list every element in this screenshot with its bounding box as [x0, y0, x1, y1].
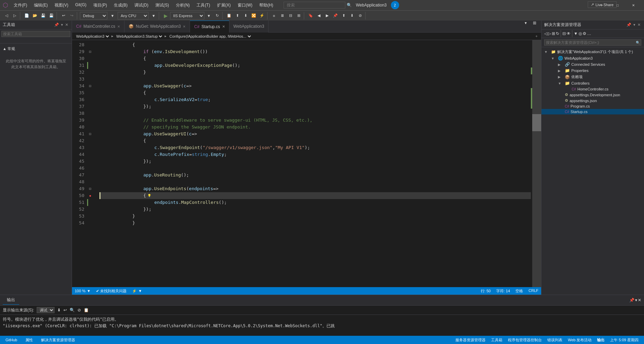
- output-pin-button[interactable]: 📌: [629, 298, 634, 303]
- tree-controllers[interactable]: ▼ 📁 Controllers: [541, 80, 644, 86]
- git-btn5[interactable]: ⚡: [258, 12, 266, 20]
- tab-homecontroller[interactable]: C# MainController.cs ✕: [72, 21, 124, 33]
- tab-startup-close[interactable]: ✕: [222, 25, 225, 28]
- scrollbar-thumb[interactable]: [532, 114, 541, 131]
- user-avatar[interactable]: 2: [391, 1, 399, 9]
- output-tab-output[interactable]: 输出: [3, 296, 19, 305]
- menu-file[interactable]: 文件(F): [10, 1, 31, 10]
- git-btn4[interactable]: 🔀: [250, 12, 258, 20]
- se-search-input[interactable]: [544, 39, 641, 46]
- output-copy-button[interactable]: 📋: [84, 308, 89, 312]
- solution-expand-icon[interactable]: ▼: [544, 50, 550, 54]
- breadcrumb-method-select[interactable]: Configure(IApplicationBuilder app, IWebH…: [168, 34, 252, 39]
- git-btn2[interactable]: ⬆: [234, 12, 241, 20]
- toolbox-section-header[interactable]: ▲ 常规: [3, 46, 69, 51]
- menu-analyze[interactable]: 分析(N): [172, 1, 193, 10]
- bb-github[interactable]: GitHub: [3, 338, 20, 342]
- controllers-expand-icon[interactable]: ▼: [558, 82, 563, 85]
- se-showall-button[interactable]: 👁: [567, 31, 571, 36]
- config-dropdown[interactable]: ▼: [109, 12, 116, 20]
- tab-webapp[interactable]: WebApplication3: [229, 21, 269, 33]
- git-btn3[interactable]: ⬇: [242, 12, 249, 20]
- save-all-button[interactable]: 💾: [48, 12, 55, 20]
- toolbox-arrow-button[interactable]: ▾: [60, 22, 64, 28]
- back-button[interactable]: ◁: [3, 12, 10, 20]
- tab-newwindow-button[interactable]: ⊞: [533, 21, 541, 33]
- undo-button[interactable]: ↩: [60, 12, 67, 20]
- tab-nuget-close[interactable]: ✕: [183, 25, 186, 28]
- tree-homecontroller[interactable]: C# HomeController.cs: [541, 86, 644, 92]
- bookmark-button[interactable]: 🔖: [307, 12, 314, 20]
- tab-startup[interactable]: C# Startup.cs ✕: [190, 21, 229, 33]
- bookmark-btn4[interactable]: 📌: [332, 12, 339, 20]
- se-close-button[interactable]: ✕: [637, 22, 641, 28]
- fold-29[interactable]: ⊟: [87, 48, 93, 55]
- bb-properties[interactable]: 属性: [23, 337, 36, 343]
- bb-server-explorer[interactable]: 服务器资源管理器: [453, 337, 488, 343]
- breadcrumb-project-select[interactable]: WebApplication3: [75, 34, 110, 39]
- close-button[interactable]: ✕: [625, 0, 641, 10]
- new-project-button[interactable]: 📄: [23, 12, 31, 20]
- tree-dependencies[interactable]: ▶ 📦 依赖项: [541, 74, 644, 80]
- output-source-select[interactable]: 调试: [37, 307, 55, 313]
- redo-button[interactable]: ↪: [68, 12, 75, 20]
- align-btn4[interactable]: ⊞: [295, 12, 302, 20]
- align-btn3[interactable]: ⊟: [287, 12, 294, 20]
- menu-tools[interactable]: 工具(T): [193, 1, 213, 10]
- tree-startup[interactable]: C# Startup.cs: [541, 109, 644, 114]
- se-settings-button[interactable]: ⚙: [583, 31, 586, 36]
- platform-dropdown[interactable]: ▼: [150, 12, 157, 20]
- toolbox-pin-button[interactable]: 📌: [53, 22, 60, 28]
- menu-git[interactable]: Git(G): [72, 1, 90, 10]
- breakpoint-50[interactable]: ●: [87, 192, 93, 199]
- se-pin-button[interactable]: 📌: [626, 22, 632, 28]
- save-button[interactable]: 💾: [39, 12, 47, 20]
- breadcrumb-add-button[interactable]: ＋: [535, 34, 538, 39]
- se-forward-button[interactable]: ▷: [548, 31, 551, 36]
- server-dropdown[interactable]: ▼: [205, 12, 213, 20]
- git-btn1[interactable]: 📋: [225, 12, 233, 20]
- tree-appsettings-dev[interactable]: ⚙ appsettings.Development.json: [541, 92, 644, 98]
- server-select[interactable]: IIS Express: [170, 12, 204, 20]
- se-collapse-button[interactable]: ⊟: [562, 31, 566, 36]
- bookmark-btn5[interactable]: ⬆: [340, 12, 347, 20]
- properties-expand-icon[interactable]: ▶: [558, 69, 563, 73]
- menu-debug[interactable]: 调试(D): [131, 1, 152, 10]
- lightbulb-icon[interactable]: 💡: [147, 192, 151, 199]
- tree-project[interactable]: ▼ 🌐 WebApplication3: [541, 55, 644, 61]
- bookmark-prev[interactable]: ◀: [315, 12, 323, 20]
- forward-button[interactable]: ▷: [11, 12, 19, 20]
- bb-toolbox[interactable]: 工具箱: [488, 337, 505, 343]
- project-expand-icon[interactable]: ▼: [551, 57, 557, 60]
- menu-extensions[interactable]: 扩展(X): [214, 1, 234, 10]
- align-left-button[interactable]: ≡: [270, 12, 278, 20]
- output-scroll-end-button[interactable]: ⬇: [57, 308, 61, 312]
- align-btn2[interactable]: ≣: [278, 12, 286, 20]
- se-arrow-button[interactable]: ▾: [633, 22, 636, 28]
- tab-homecontroller-close[interactable]: ✕: [117, 25, 120, 28]
- tree-appsettings[interactable]: ⚙ appsettings.json: [541, 98, 644, 103]
- code-lines[interactable]: { if (env.IsDevelopment()) { app.UseDeve…: [99, 40, 531, 287]
- start-button[interactable]: ▶: [162, 12, 169, 20]
- open-button[interactable]: 📂: [31, 12, 39, 20]
- liveshare-button[interactable]: ↗ Live Share: [588, 1, 617, 8]
- se-filter-button[interactable]: ▼: [574, 31, 578, 36]
- tab-dropdown-button[interactable]: ▾: [525, 21, 533, 33]
- se-properties-button[interactable]: ⊞: [552, 31, 555, 36]
- toolbox-close-button[interactable]: ✕: [64, 22, 69, 28]
- se-back-button[interactable]: ◁: [544, 31, 547, 36]
- output-word-wrap-button[interactable]: ↩: [63, 308, 67, 312]
- fold-41[interactable]: ⊟: [87, 131, 93, 137]
- config-select[interactable]: Debug: [80, 12, 107, 20]
- dependencies-expand-icon[interactable]: ▶: [558, 75, 563, 79]
- platform-select[interactable]: Any CPU: [118, 12, 148, 20]
- bookmark-next[interactable]: ▶: [323, 12, 331, 20]
- global-search-input[interactable]: [284, 2, 345, 9]
- menu-build[interactable]: 生成(B): [110, 1, 131, 10]
- menu-edit[interactable]: 编辑(E): [31, 1, 51, 10]
- tree-program[interactable]: C# Program.cs: [541, 103, 644, 109]
- output-find-button[interactable]: 🔍: [70, 308, 75, 312]
- breadcrumb-class-select[interactable]: WebApplication3.Startup: [115, 34, 163, 39]
- scrollbar-track[interactable]: [532, 40, 541, 287]
- bb-web-publish[interactable]: Web 发布活动: [565, 337, 594, 343]
